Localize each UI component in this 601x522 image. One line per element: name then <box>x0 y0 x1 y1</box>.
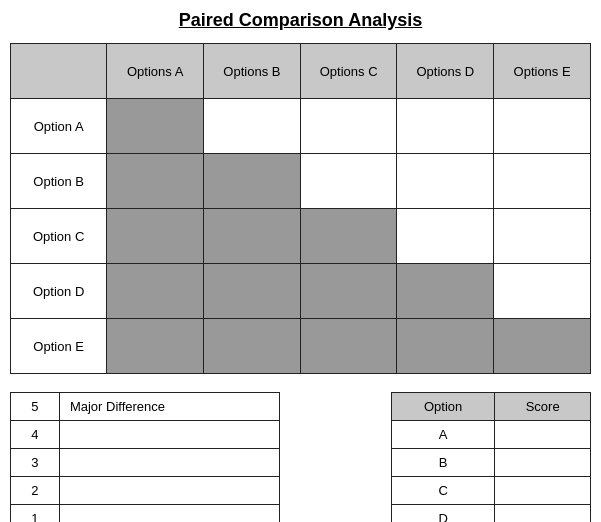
table-row: Option D <box>11 264 591 319</box>
comparison-cell[interactable] <box>107 209 204 264</box>
col-header-d: Options D <box>397 44 494 99</box>
bottom-section: 5Major Difference43210No Difference Opti… <box>10 392 591 522</box>
col-header-c: Options C <box>300 44 397 99</box>
table-row: Option E <box>11 319 591 374</box>
legend-row: 5Major Difference <box>11 393 280 421</box>
score-value[interactable] <box>495 505 591 523</box>
legend-description <box>59 505 279 523</box>
legend-description: Major Difference <box>59 393 279 421</box>
score-row: D <box>392 505 591 523</box>
row-header-option-b: Option B <box>11 154 107 209</box>
score-option: C <box>392 477 495 505</box>
comparison-cell[interactable] <box>397 264 494 319</box>
legend-description <box>59 421 279 449</box>
col-header-e: Options E <box>494 44 591 99</box>
comparison-cell[interactable] <box>107 154 204 209</box>
comparison-cell[interactable] <box>397 209 494 264</box>
comparison-cell[interactable] <box>494 264 591 319</box>
comparison-cell[interactable] <box>494 319 591 374</box>
comparison-cell[interactable] <box>204 154 301 209</box>
comparison-cell[interactable] <box>204 209 301 264</box>
row-header-option-e: Option E <box>11 319 107 374</box>
comparison-cell[interactable] <box>204 264 301 319</box>
comparison-cell[interactable] <box>494 209 591 264</box>
score-value[interactable] <box>495 449 591 477</box>
score-option: A <box>392 421 495 449</box>
comparison-cell[interactable] <box>300 264 397 319</box>
legend-row: 2 <box>11 477 280 505</box>
comparison-cell[interactable] <box>107 319 204 374</box>
legend-table: 5Major Difference43210No Difference <box>10 392 280 522</box>
legend-number: 5 <box>11 393 60 421</box>
score-row: C <box>392 477 591 505</box>
legend-description <box>59 449 279 477</box>
table-row: Option C <box>11 209 591 264</box>
comparison-cell[interactable] <box>397 319 494 374</box>
comparison-cell[interactable] <box>107 99 204 154</box>
table-row: Option A <box>11 99 591 154</box>
comparison-cell[interactable] <box>397 99 494 154</box>
comparison-cell[interactable] <box>204 99 301 154</box>
legend-number: 1 <box>11 505 60 523</box>
comparison-cell[interactable] <box>204 319 301 374</box>
score-value[interactable] <box>495 421 591 449</box>
score-option: B <box>392 449 495 477</box>
legend-row: 1 <box>11 505 280 523</box>
score-value[interactable] <box>495 477 591 505</box>
legend-row: 4 <box>11 421 280 449</box>
legend-description <box>59 477 279 505</box>
row-header-option-d: Option D <box>11 264 107 319</box>
score-table: Option Score ABCDE <box>391 392 591 522</box>
comparison-cell[interactable] <box>300 319 397 374</box>
legend-row: 3 <box>11 449 280 477</box>
table-row: Option B <box>11 154 591 209</box>
row-header-option-c: Option C <box>11 209 107 264</box>
comparison-cell[interactable] <box>300 154 397 209</box>
legend-number: 3 <box>11 449 60 477</box>
col-header-b: Options B <box>204 44 301 99</box>
row-header-option-a: Option A <box>11 99 107 154</box>
comparison-table: Options A Options B Options C Options D … <box>10 43 591 374</box>
score-col-option: Option <box>392 393 495 421</box>
score-row: B <box>392 449 591 477</box>
comparison-cell[interactable] <box>107 264 204 319</box>
comparison-cell[interactable] <box>300 209 397 264</box>
comparison-cell[interactable] <box>494 154 591 209</box>
score-row: A <box>392 421 591 449</box>
legend-number: 2 <box>11 477 60 505</box>
comparison-cell[interactable] <box>397 154 494 209</box>
corner-cell <box>11 44 107 99</box>
score-option: D <box>392 505 495 523</box>
col-header-a: Options A <box>107 44 204 99</box>
legend-number: 4 <box>11 421 60 449</box>
comparison-cell[interactable] <box>494 99 591 154</box>
page-title: Paired Comparison Analysis <box>10 10 591 31</box>
comparison-cell[interactable] <box>300 99 397 154</box>
score-col-score: Score <box>495 393 591 421</box>
